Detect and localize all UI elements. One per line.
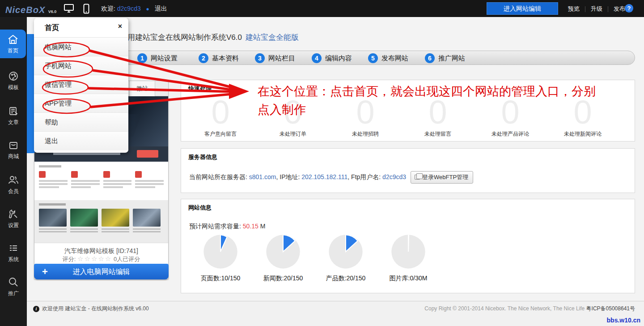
close-icon[interactable]: ×	[118, 22, 122, 30]
step-label: 编辑内容	[325, 54, 352, 63]
footer-welcome-text: 欢迎使用 建站宝盒 - 在线网站制作系统 v6.00	[42, 305, 149, 313]
server-info-line: 当前网站所在服务器: s801.com, IP地址: 202.105.182.1…	[189, 171, 473, 184]
ip-label: , IP地址:	[276, 173, 301, 180]
welcome-label: 欢迎:	[101, 5, 115, 12]
panel-header: 网站信息	[188, 204, 212, 212]
enter-site-editor-button[interactable]: 进入网站编辑	[487, 2, 558, 15]
pie-label: 页面数:10/150	[185, 275, 256, 283]
capacity-unit: M	[258, 223, 266, 230]
website-info-panel: 网站信息 预计网站需求容量: 50.15 M 页面数:10/150 新闻数:20…	[181, 199, 635, 293]
step-2[interactable]: 2基本资料	[199, 53, 239, 64]
step-number: 6	[425, 53, 435, 63]
stat-value: 0	[257, 96, 329, 129]
menu-item-pc-site[interactable]: 电脑网站	[34, 38, 128, 56]
welcome-area: 欢迎: d2c9cd3 ● 退出	[101, 5, 167, 13]
help-icon[interactable]: ?	[625, 4, 633, 13]
sidebar-item-label: 文章	[8, 119, 19, 126]
sidebar-item-label: 商城	[8, 153, 19, 160]
capacity-line: 预计网站需求容量: 50.15 M	[189, 223, 265, 231]
step-6[interactable]: 6推广网站	[425, 53, 465, 64]
step-label: 推广网站	[438, 54, 465, 63]
tab-weizhan[interactable]: 微站	[129, 81, 155, 96]
username-link[interactable]: d2c9cd3	[117, 5, 141, 12]
rating-stars[interactable]: ☆☆☆☆☆	[77, 255, 112, 262]
pie-label: 图片库:0/30M	[373, 275, 444, 283]
sidebar-item-templates[interactable]: 模板	[0, 66, 27, 95]
template-name: 汽车维修网站模板 [ID:741]	[34, 243, 168, 255]
step-5[interactable]: 5发布网站	[368, 53, 408, 64]
menu-item-app[interactable]: APP管理	[34, 94, 128, 113]
pie-label: 新闻数:20/150	[247, 275, 319, 283]
stat-pending-product-comments: 0未处理产品评论	[475, 96, 546, 138]
stat-label: 未处理新闻评论	[547, 130, 619, 138]
step-number: 2	[199, 53, 208, 63]
button-label: 进入电脑网站编辑	[73, 268, 130, 275]
panel-header: 快速处理	[188, 85, 212, 93]
quick-handle-panel: 快速处理 0客户意向留言 0未处理订单 0未处理招聘 0未处理留言 0未处理产品…	[181, 80, 635, 142]
logout-link[interactable]: 退出	[155, 5, 167, 12]
webftp-login-button[interactable]: 登录WebFTP管理	[411, 171, 473, 184]
pie-label: 产品数:20/150	[310, 275, 381, 283]
shopping-bag-icon	[8, 139, 19, 151]
step-label: 发布网站	[381, 54, 408, 63]
stat-label: 未处理产品评论	[475, 130, 546, 138]
forum-link[interactable]: bbs.w10.cn	[607, 317, 640, 324]
stat-value: 0	[185, 96, 256, 129]
pie-chart	[390, 233, 427, 270]
sidebar-item-system[interactable]: 系统	[0, 238, 27, 267]
pie-news: 新闻数:20/150	[247, 233, 319, 283]
stat-label: 未处理订单	[257, 130, 329, 138]
edition-link[interactable]: 建站宝盒全能版	[246, 33, 299, 42]
panel-header: 服务器信息	[188, 153, 217, 161]
sidebar: 首页 模板 文章 商城 会员 设置 系统 推广	[0, 0, 27, 326]
sidebar-item-promotion[interactable]: 推广	[0, 272, 27, 301]
desktop-view-icon[interactable]	[64, 4, 74, 15]
sidebar-item-mall[interactable]: 商城	[0, 135, 27, 164]
menu-item-mobile-site[interactable]: 手机网站	[34, 56, 128, 75]
capacity-label: 预计网站需求容量:	[189, 223, 243, 230]
footer: i 欢迎使用 建站宝盒 - 在线网站制作系统 v6.00 Copy Right …	[27, 301, 644, 326]
sidebar-item-label: 设置	[8, 222, 19, 229]
step-label: 网站设置	[151, 54, 178, 63]
step-1[interactable]: 1网站设置	[137, 53, 178, 64]
users-icon	[8, 174, 19, 186]
stat-label: 未处理留言	[402, 130, 474, 138]
sidebar-item-settings[interactable]: 设置	[0, 204, 27, 233]
mobile-view-icon[interactable]	[83, 4, 89, 16]
transfer-icon	[415, 175, 420, 180]
preview-link[interactable]: 预览	[563, 5, 585, 13]
stat-pending-jobs: 0未处理招聘	[330, 96, 401, 138]
enter-pc-site-editor-button[interactable]: + 进入电脑网站编辑	[34, 264, 169, 279]
app-logo: NiceBoX V6.0	[5, 3, 56, 16]
pie-pages: 页面数:10/150	[185, 233, 256, 283]
ftp-user-link[interactable]: d2c9cd3	[382, 173, 406, 180]
pie-chart	[202, 233, 239, 270]
footer-right: Copy Right © 2001-2014 Nicebox. The Nice…	[424, 305, 635, 313]
pie-images: 图片库:0/30M	[373, 233, 444, 283]
stat-value: 0	[330, 96, 401, 129]
menu-item-logout[interactable]: 退出	[34, 132, 128, 150]
sidebar-item-articles[interactable]: 文章	[0, 101, 27, 130]
menu-item-wechat[interactable]: 微信管理	[34, 75, 128, 94]
copyright-text: Copy Right © 2001-2014 Nicebox. The Nice…	[424, 305, 586, 312]
steps-bar: 1网站设置 2基本资料 3网站栏目 4编辑内容 5发布网站 6推广网站	[43, 51, 635, 65]
stat-pending-orders: 0未处理订单	[257, 96, 329, 138]
stat-value: 0	[475, 96, 546, 129]
capacity-value: 50.15	[243, 223, 258, 230]
rating-count: 0人已评分	[114, 256, 140, 262]
sidebar-item-label: 首页	[8, 47, 18, 55]
list-icon	[8, 242, 19, 254]
topbar: NiceBoX V6.0 欢迎: d2c9cd3 ● 退出 进入网站编辑 预览 …	[0, 0, 644, 17]
server-host-link[interactable]: s801.com	[249, 173, 276, 180]
server-ip-link[interactable]: 202.105.182.111	[301, 173, 347, 180]
sidebar-item-home[interactable]: 首页	[0, 30, 26, 58]
stat-pending-news-comments: 0未处理新闻评论	[547, 96, 619, 138]
step-number: 3	[255, 53, 265, 63]
step-4[interactable]: 4编辑内容	[312, 53, 352, 64]
step-3[interactable]: 3网站栏目	[255, 53, 295, 64]
sidebar-item-members[interactable]: 会员	[0, 170, 27, 199]
step-label: 基本资料	[212, 54, 239, 63]
upgrade-link[interactable]: 升级	[585, 5, 608, 13]
menu-item-help[interactable]: 帮助	[34, 113, 128, 132]
stat-customer-messages: 0客户意向留言	[185, 96, 256, 138]
